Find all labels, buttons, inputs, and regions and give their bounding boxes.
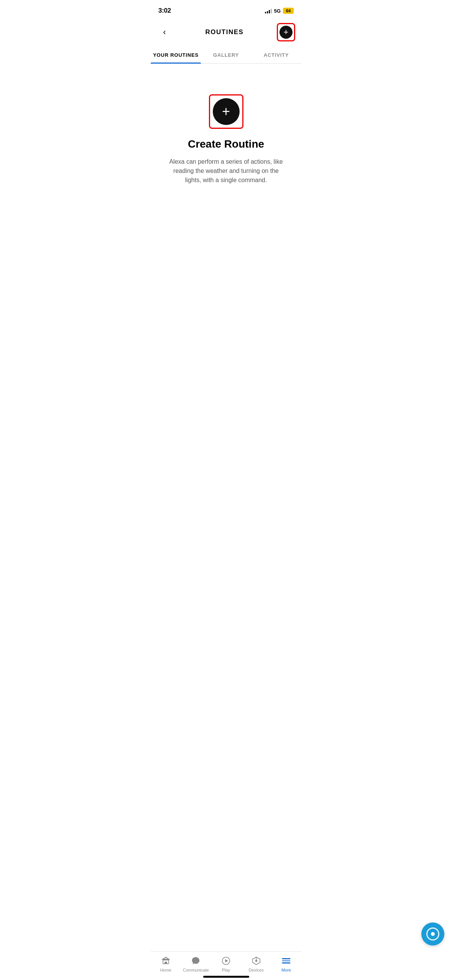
plus-icon-header: + bbox=[284, 28, 289, 36]
page-title: ROUTINES bbox=[205, 28, 244, 36]
status-bar: 3:02 5G 64 bbox=[151, 0, 301, 19]
main-content: + Create Routine Alexa can perform a ser… bbox=[151, 64, 301, 255]
add-circle-header-icon: + bbox=[279, 26, 293, 39]
create-routine-description: Alexa can perform a series of actions, l… bbox=[169, 157, 284, 185]
add-routine-header-button[interactable]: + bbox=[277, 23, 295, 41]
status-icons: 5G 64 bbox=[265, 8, 294, 14]
back-chevron-icon: ‹ bbox=[163, 27, 166, 37]
tab-activity[interactable]: ACTIVITY bbox=[251, 47, 301, 63]
create-routine-button[interactable]: + bbox=[209, 94, 243, 129]
tab-your-routines[interactable]: YOUR ROUTINES bbox=[151, 47, 201, 63]
add-circle-main-icon: + bbox=[213, 98, 240, 125]
create-routine-title: Create Routine bbox=[188, 138, 264, 150]
signal-icon bbox=[265, 8, 272, 13]
back-button[interactable]: ‹ bbox=[157, 25, 172, 40]
tab-gallery[interactable]: GALLERY bbox=[201, 47, 251, 63]
plus-icon-main: + bbox=[222, 105, 230, 118]
battery-level: 64 bbox=[283, 8, 294, 14]
network-label: 5G bbox=[274, 8, 281, 14]
tabs-container: YOUR ROUTINES GALLERY ACTIVITY bbox=[151, 47, 301, 64]
status-time: 3:02 bbox=[158, 7, 171, 15]
header: ‹ ROUTINES + bbox=[151, 19, 301, 45]
battery-indicator: 64 bbox=[283, 8, 294, 14]
